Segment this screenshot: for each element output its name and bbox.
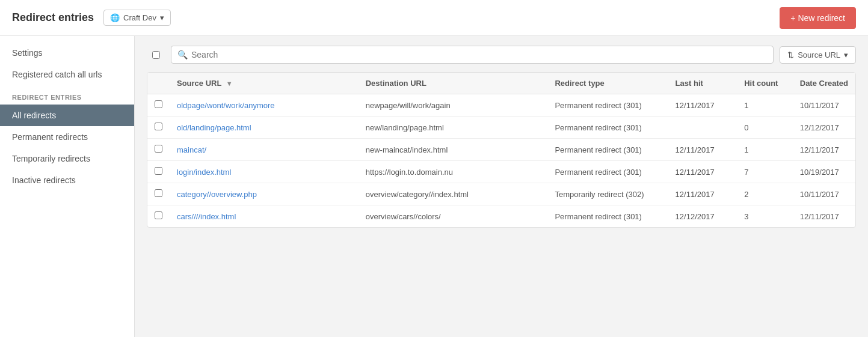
table-body: oldpage/wont/work/anymore newpage/will/w… [147, 94, 855, 228]
sidebar-item-catch-all[interactable]: Registered catch all urls [0, 64, 134, 85]
row-date-created: 12/11/2017 [793, 205, 855, 228]
source-url-filter-label: Source URL [798, 50, 840, 59]
th-date-created: Date Created [793, 73, 855, 94]
row-destination-url: new/landing/page.html [359, 117, 548, 139]
row-checkbox-cell[interactable] [147, 205, 170, 228]
row-source-url[interactable]: cars////index.html [170, 205, 359, 228]
row-hit-count: 0 [737, 117, 793, 139]
row-source-url[interactable]: oldpage/wont/work/anymore [170, 94, 359, 117]
row-source-url[interactable]: old/landing/page.html [170, 117, 359, 139]
app-title: Redirect entries [12, 11, 94, 24]
row-redirect-type: Permanent redirect (301) [547, 161, 668, 183]
topbar-left: Redirect entries 🌐 Craft Dev ▾ [12, 10, 171, 26]
row-last-hit: 12/11/2017 [668, 161, 737, 183]
th-source-url[interactable]: Source URL ▼ [170, 73, 359, 94]
row-redirect-type: Permanent redirect (301) [547, 205, 668, 228]
row-destination-url: newpage/will/work/again [359, 94, 548, 117]
row-checkbox[interactable] [155, 145, 162, 153]
table-row: login/index.html https://login.to.domain… [147, 161, 855, 183]
row-last-hit: 12/11/2017 [668, 183, 737, 205]
sidebar-item-temporary-redirects[interactable]: Temporarily redirects [0, 148, 134, 169]
th-redirect-type: Redirect type [547, 73, 668, 94]
table-header-row: Source URL ▼ Destination URL Redirect ty… [147, 73, 855, 94]
row-redirect-type: Permanent redirect (301) [547, 139, 668, 161]
search-icon: 🔍 [177, 50, 188, 59]
table-row: cars////index.html overview/cars//colors… [147, 205, 855, 228]
toolbar: 🔍 ⇅ Source URL ▾ [147, 46, 856, 64]
row-date-created: 10/11/2017 [793, 183, 855, 205]
sidebar-item-settings[interactable]: Settings [0, 42, 134, 64]
row-date-created: 10/11/2017 [793, 94, 855, 117]
row-checkbox[interactable] [155, 100, 162, 108]
row-destination-url: overview/cars//colors/ [359, 205, 548, 228]
env-label: Craft Dev [123, 13, 156, 22]
search-input[interactable] [191, 50, 767, 59]
row-checkbox-cell[interactable] [147, 139, 170, 161]
source-url-filter[interactable]: ⇅ Source URL ▾ [780, 46, 856, 64]
row-last-hit: 12/12/2017 [668, 205, 737, 228]
redirects-table: Source URL ▼ Destination URL Redirect ty… [147, 73, 855, 227]
row-hit-count: 1 [737, 94, 793, 117]
table-row: maincat/ new-maincat/index.html Permanen… [147, 139, 855, 161]
row-destination-url: new-maincat/index.html [359, 139, 548, 161]
th-last-hit: Last hit [668, 73, 737, 94]
sort-icon: ▼ [226, 80, 233, 87]
row-source-url[interactable]: category//overview.php [170, 183, 359, 205]
new-redirect-button[interactable]: + New redirect [780, 7, 856, 29]
globe-icon: 🌐 [110, 13, 120, 22]
row-redirect-type: Temporarily redirect (302) [547, 183, 668, 205]
row-destination-url: https://login.to.domain.nu [359, 161, 548, 183]
env-dropdown[interactable]: 🌐 Craft Dev ▾ [103, 10, 171, 26]
row-last-hit [668, 117, 737, 139]
select-all-checkbox[interactable] [152, 51, 160, 59]
sidebar-section-label: REDIRECT ENTRIES [0, 85, 134, 105]
row-checkbox-cell[interactable] [147, 94, 170, 117]
th-checkbox [147, 73, 170, 94]
row-checkbox[interactable] [155, 189, 162, 197]
sidebar-item-all-redirects[interactable]: All redirects [0, 105, 134, 126]
row-checkbox[interactable] [155, 167, 162, 175]
row-redirect-type: Permanent redirect (301) [547, 117, 668, 139]
row-checkbox-cell[interactable] [147, 117, 170, 139]
chevron-down-icon: ▾ [160, 13, 164, 22]
row-date-created: 10/19/2017 [793, 161, 855, 183]
row-date-created: 12/12/2017 [793, 117, 855, 139]
row-hit-count: 7 [737, 161, 793, 183]
th-hit-count: Hit count [737, 73, 793, 94]
row-destination-url: overview/category//index.html [359, 183, 548, 205]
search-box: 🔍 [171, 46, 774, 64]
row-hit-count: 1 [737, 139, 793, 161]
sidebar-item-permanent-redirects[interactable]: Permanent redirects [0, 126, 134, 148]
row-source-url[interactable]: maincat/ [170, 139, 359, 161]
sidebar-item-inactive-redirects[interactable]: Inactive redirects [0, 169, 134, 191]
row-date-created: 12/11/2017 [793, 139, 855, 161]
row-redirect-type: Permanent redirect (301) [547, 94, 668, 117]
row-hit-count: 2 [737, 183, 793, 205]
topbar: Redirect entries 🌐 Craft Dev ▾ + New red… [0, 0, 868, 36]
main-layout: Settings Registered catch all urls REDIR… [0, 36, 868, 337]
table-row: old/landing/page.html new/landing/page.h… [147, 117, 855, 139]
sidebar: Settings Registered catch all urls REDIR… [0, 36, 135, 337]
row-hit-count: 3 [737, 205, 793, 228]
th-destination-url: Destination URL [359, 73, 548, 94]
row-checkbox-cell[interactable] [147, 183, 170, 205]
row-checkbox-cell[interactable] [147, 161, 170, 183]
row-source-url[interactable]: login/index.html [170, 161, 359, 183]
row-checkbox[interactable] [155, 123, 162, 130]
row-last-hit: 12/11/2017 [668, 139, 737, 161]
table-row: category//overview.php overview/category… [147, 183, 855, 205]
select-all-checkbox-wrap[interactable] [147, 51, 165, 59]
row-checkbox[interactable] [155, 211, 162, 219]
content-area: 🔍 ⇅ Source URL ▾ Source URL ▼ [135, 36, 868, 337]
redirects-table-wrap: Source URL ▼ Destination URL Redirect ty… [147, 72, 856, 228]
filter-chevron-icon: ▾ [844, 50, 848, 59]
row-last-hit: 12/11/2017 [668, 94, 737, 117]
table-row: oldpage/wont/work/anymore newpage/will/w… [147, 94, 855, 117]
filter-icon: ⇅ [787, 50, 794, 59]
